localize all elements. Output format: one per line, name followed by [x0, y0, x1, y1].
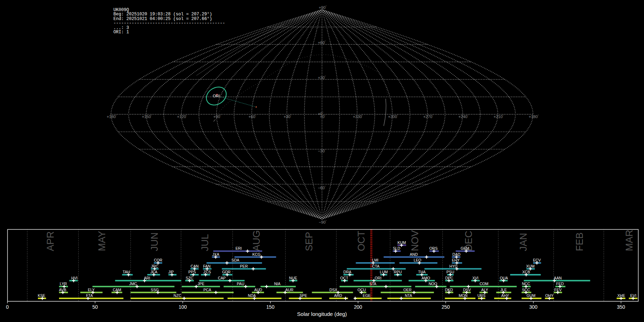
svg-text:50: 50 [92, 304, 98, 310]
svg-text:PER: PER [240, 264, 248, 268]
svg-text:AVB: AVB [59, 288, 66, 292]
svg-text:JLE: JLE [500, 288, 507, 292]
svg-text:JRC: JRC [151, 264, 158, 268]
svg-text:EGE: EGE [363, 293, 371, 298]
svg-text:OCT: OCT [340, 276, 348, 280]
svg-text:QUA: QUA [500, 276, 508, 280]
svg-text:STA: STA [369, 282, 377, 286]
svg-text:HVI: HVI [71, 276, 78, 280]
svg-text:XVI: XVI [472, 276, 478, 280]
svg-text:DPC: DPC [445, 276, 453, 280]
svg-text:GEM: GEM [460, 246, 469, 250]
svg-text:LUM: LUM [380, 270, 388, 274]
svg-text:DRA: DRA [343, 270, 352, 274]
svg-text:PPS: PPS [188, 270, 196, 274]
svg-text:ORS: ORS [429, 246, 438, 250]
svg-text:−90°: −90° [319, 220, 327, 224]
svg-text:FAN: FAN [203, 264, 211, 268]
svg-text:AHY: AHY [501, 293, 509, 298]
svg-text:COM: COM [479, 282, 488, 286]
svg-text:LMI: LMI [372, 258, 379, 262]
svg-text:CTA: CTA [372, 264, 380, 268]
svg-text:SLD: SLD [393, 246, 400, 250]
svg-text:SDA: SDA [231, 258, 240, 262]
svg-text:0: 0 [6, 304, 9, 310]
svg-text:JXA: JXA [212, 252, 219, 257]
svg-text:JPE: JPE [197, 282, 204, 286]
svg-text:MON: MON [459, 293, 468, 298]
svg-text:+60°: +60° [318, 40, 326, 45]
svg-text:ELY: ELY [88, 288, 94, 292]
svg-text:XHE: XHE [618, 293, 625, 298]
svg-text:NOO: NOO [429, 282, 437, 286]
svg-text:NZC: NZC [174, 293, 181, 298]
svg-text:+30°: +30° [318, 75, 326, 80]
svg-text:FEV: FEV [554, 288, 562, 292]
svg-text:+210°: +210° [494, 114, 504, 119]
svg-text:NIA: NIA [274, 282, 281, 286]
svg-text:JIP: JIP [168, 270, 174, 274]
svg-text:DKD: DKD [445, 288, 453, 292]
svg-text:OER: OER [403, 288, 411, 292]
svg-text:NCC: NCC [522, 282, 530, 286]
svg-text:LYR: LYR [60, 282, 67, 286]
svg-text:150: 150 [266, 304, 274, 310]
svg-text:JAN: JAN [518, 233, 529, 251]
svg-text:SEP: SEP [304, 232, 314, 251]
svg-text:AUG: AUG [251, 230, 262, 251]
svg-text:------------------------------: ----------------------------------------… [113, 21, 225, 26]
svg-text:JMC: JMC [129, 282, 137, 286]
svg-text:+300°: +300° [388, 114, 398, 119]
svg-text:GDR: GDR [222, 270, 231, 274]
svg-text:+120°: +120° [177, 114, 187, 119]
svg-text:FEB: FEB [574, 232, 585, 251]
svg-text:RPU: RPU [394, 270, 402, 274]
svg-text:SPE: SPE [299, 293, 307, 298]
svg-text:+330°: +330° [353, 114, 363, 119]
svg-text:EVI: EVI [630, 293, 636, 298]
svg-text:ZCS: ZCS [203, 270, 211, 274]
svg-text:ERI: ERI [235, 246, 242, 250]
svg-text:SZC: SZC [186, 276, 194, 280]
svg-text:+150°: +150° [142, 114, 152, 119]
svg-text:CAN: CAN [191, 264, 199, 268]
svg-text:+270°: +270° [423, 114, 433, 119]
svg-text:+60°: +60° [249, 114, 257, 119]
svg-text:+90°: +90° [319, 5, 327, 10]
svg-text:PSU: PSU [447, 270, 454, 274]
svg-text:NDA: NDA [248, 293, 256, 298]
svg-text:+30°: +30° [284, 114, 292, 119]
svg-text:ARI: ARI [144, 276, 150, 280]
svg-text:SSG: SSG [151, 288, 158, 292]
svg-text:KCG: KCG [252, 252, 260, 257]
svg-text:SCC: SCC [522, 288, 530, 292]
svg-text:−30°: −30° [318, 149, 326, 153]
svg-text:AAN: AAN [554, 276, 562, 280]
svg-text:Solar longitude (deg): Solar longitude (deg) [297, 311, 347, 317]
svg-text:GUM: GUM [527, 293, 536, 298]
svg-text:ORI: ORI [375, 276, 381, 280]
svg-text:NUE: NUE [289, 276, 297, 280]
svg-text:KUM: KUM [397, 240, 406, 245]
svg-text:CAM: CAM [113, 288, 121, 292]
svg-text:200: 200 [354, 304, 362, 310]
svg-text:OHY: OHY [545, 293, 553, 298]
svg-text:+90°: +90° [213, 114, 221, 119]
svg-text:DAD: DAD [453, 252, 461, 257]
svg-text:+240°: +240° [458, 114, 468, 119]
svg-text:APR: APR [45, 231, 56, 251]
svg-text:MAR: MAR [624, 230, 635, 251]
svg-text:JEA: JEA [150, 270, 157, 274]
svg-text:JUN: JUN [149, 233, 160, 252]
svg-text:DSV: DSV [463, 288, 471, 292]
svg-text:−60°: −60° [318, 186, 326, 190]
svg-text:TAH: TAH [123, 270, 130, 274]
svg-text:PCA: PCA [204, 288, 212, 292]
svg-text:NTA: NTA [405, 293, 412, 298]
svg-text:ORI: ORI [213, 94, 220, 98]
svg-text:DSX: DSX [330, 288, 337, 292]
svg-text:ALY: ALY [481, 288, 488, 292]
svg-text:AND: AND [410, 252, 418, 257]
svg-text:JUL: JUL [200, 234, 210, 251]
svg-text:OCT: OCT [356, 231, 367, 251]
